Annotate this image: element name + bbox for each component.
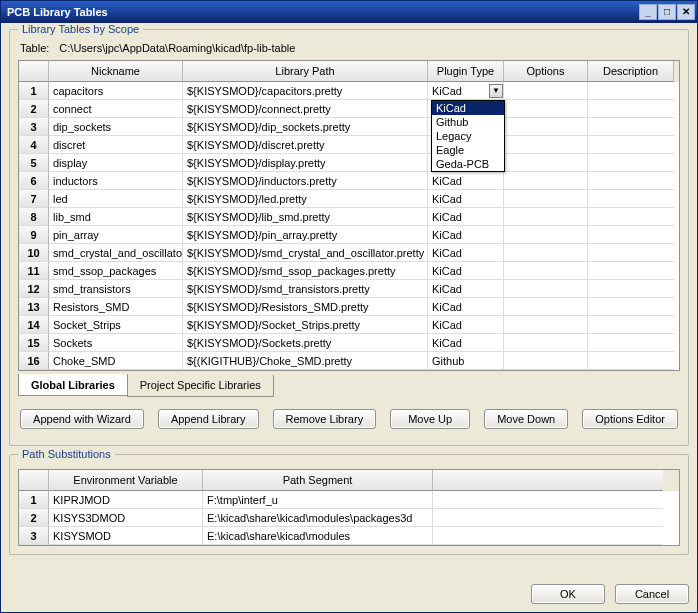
cell-nickname[interactable]: led (49, 190, 183, 208)
cell-options[interactable] (504, 316, 588, 334)
cell-library-path[interactable]: ${KISYSMOD}/pin_array.pretty (183, 226, 428, 244)
cell-library-path[interactable]: ${KISYSMOD}/smd_crystal_and_oscillator.p… (183, 244, 428, 262)
cell-description[interactable] (588, 190, 674, 208)
cell-library-path[interactable]: ${KISYSMOD}/inductors.pretty (183, 172, 428, 190)
cell-options[interactable] (504, 226, 588, 244)
cell-env-variable[interactable]: KISYS3DMOD (49, 509, 203, 527)
cell-env-variable[interactable]: KIPRJMOD (49, 491, 203, 509)
cell-plugin-type[interactable]: KiCad (428, 316, 504, 334)
cell-library-path[interactable]: ${KISYSMOD}/lib_smd.pretty (183, 208, 428, 226)
cell-options[interactable] (504, 352, 588, 370)
table-row[interactable]: 13Resistors_SMD${KISYSMOD}/Resistors_SMD… (19, 298, 679, 316)
cell-nickname[interactable]: discret (49, 136, 183, 154)
cell-options[interactable] (504, 208, 588, 226)
header-plugin-type[interactable]: Plugin Type (428, 61, 504, 82)
cell-library-path[interactable]: ${KISYSMOD}/capacitors.pretty (183, 82, 428, 100)
cell-nickname[interactable]: inductors (49, 172, 183, 190)
cell-nickname[interactable]: lib_smd (49, 208, 183, 226)
dropdown-item[interactable]: Eagle (432, 143, 504, 157)
row-header[interactable]: 8 (19, 208, 49, 226)
cell-nickname[interactable]: Choke_SMD (49, 352, 183, 370)
table-row[interactable]: 16Choke_SMD${(KIGITHUB}/Choke_SMD.pretty… (19, 352, 679, 370)
cell-nickname[interactable]: Socket_Strips (49, 316, 183, 334)
append-with-wizard-button[interactable]: Append with Wizard (20, 409, 144, 429)
cell-options[interactable] (504, 244, 588, 262)
cell-description[interactable] (588, 82, 674, 100)
cell-path-segment[interactable]: F:\tmp\interf_u (203, 491, 433, 509)
cell-library-path[interactable]: ${KISYSMOD}/connect.pretty (183, 100, 428, 118)
dropdown-item[interactable]: KiCad (432, 101, 504, 115)
cell-options[interactable] (504, 190, 588, 208)
cell-library-path[interactable]: ${KISYSMOD}/Resistors_SMD.pretty (183, 298, 428, 316)
dropdown-item[interactable]: Github (432, 115, 504, 129)
cell-description[interactable] (588, 280, 674, 298)
row-header[interactable]: 6 (19, 172, 49, 190)
tab-project-libraries[interactable]: Project Specific Libraries (127, 375, 274, 397)
header-description[interactable]: Description (588, 61, 674, 82)
row-header[interactable]: 13 (19, 298, 49, 316)
cell-nickname[interactable]: dip_sockets (49, 118, 183, 136)
table-row[interactable]: 9pin_array${KISYSMOD}/pin_array.prettyKi… (19, 226, 679, 244)
dropdown-item[interactable]: Geda-PCB (432, 157, 504, 171)
cell-nickname[interactable]: Resistors_SMD (49, 298, 183, 316)
table-row[interactable]: 3KISYSMODE:\kicad\share\kicad\modules (19, 527, 679, 545)
cell-nickname[interactable]: smd_transistors (49, 280, 183, 298)
cell-nickname[interactable]: display (49, 154, 183, 172)
cell-options[interactable] (504, 280, 588, 298)
cell-options[interactable] (504, 118, 588, 136)
cell-plugin-type[interactable]: KiCad (428, 280, 504, 298)
chevron-down-icon[interactable]: ▼ (489, 84, 503, 98)
row-header[interactable]: 14 (19, 316, 49, 334)
cell-nickname[interactable]: connect (49, 100, 183, 118)
cell-options[interactable] (504, 154, 588, 172)
remove-library-button[interactable]: Remove Library (273, 409, 377, 429)
table-row[interactable]: 12smd_transistors${KISYSMOD}/smd_transis… (19, 280, 679, 298)
row-header[interactable]: 11 (19, 262, 49, 280)
cell-options[interactable] (504, 334, 588, 352)
env-header-path[interactable]: Path Segment (203, 470, 433, 491)
cell-env-variable[interactable]: KISYSMOD (49, 527, 203, 545)
table-row[interactable]: 6inductors${KISYSMOD}/inductors.prettyKi… (19, 172, 679, 190)
table-row[interactable]: 14Socket_Strips${KISYSMOD}/Socket_Strips… (19, 316, 679, 334)
cell-plugin-type[interactable]: KiCad (428, 226, 504, 244)
plugin-type-dropdown[interactable]: KiCadGithubLegacyEagleGeda-PCB (431, 100, 505, 172)
cell-plugin-type[interactable]: Github (428, 352, 504, 370)
cell-library-path[interactable]: ${KISYSMOD}/discret.pretty (183, 136, 428, 154)
cell-description[interactable] (588, 154, 674, 172)
cancel-button[interactable]: Cancel (615, 584, 689, 604)
move-up-button[interactable]: Move Up (390, 409, 470, 429)
close-button[interactable]: ✕ (677, 4, 695, 20)
row-header[interactable]: 9 (19, 226, 49, 244)
cell-plugin-type[interactable]: KiCad (428, 262, 504, 280)
row-header[interactable]: 2 (19, 509, 49, 527)
cell-nickname[interactable]: pin_array (49, 226, 183, 244)
cell-library-path[interactable]: ${KISYSMOD}/Sockets.pretty (183, 334, 428, 352)
cell-path-segment[interactable]: E:\kicad\share\kicad\modules\packages3d (203, 509, 433, 527)
table-row[interactable]: 2connect${KISYSMOD}/connect.prettyKiCad (19, 100, 679, 118)
options-editor-button[interactable]: Options Editor (582, 409, 678, 429)
table-row[interactable]: 8lib_smd${KISYSMOD}/lib_smd.prettyKiCad (19, 208, 679, 226)
cell-options[interactable] (504, 262, 588, 280)
row-header[interactable]: 12 (19, 280, 49, 298)
cell-library-path[interactable]: ${KISYSMOD}/smd_transistors.pretty (183, 280, 428, 298)
row-header[interactable]: 1 (19, 82, 49, 100)
cell-nickname[interactable]: capacitors (49, 82, 183, 100)
table-row[interactable]: 15Sockets${KISYSMOD}/Sockets.prettyKiCad (19, 334, 679, 352)
cell-description[interactable] (588, 316, 674, 334)
table-row[interactable]: 2KISYS3DMODE:\kicad\share\kicad\modules\… (19, 509, 679, 527)
cell-plugin-type[interactable]: KiCad (428, 298, 504, 316)
header-options[interactable]: Options (504, 61, 588, 82)
row-header[interactable]: 10 (19, 244, 49, 262)
cell-description[interactable] (588, 226, 674, 244)
table-row[interactable]: 10smd_crystal_and_oscillator${KISYSMOD}/… (19, 244, 679, 262)
row-header[interactable]: 15 (19, 334, 49, 352)
env-header-variable[interactable]: Environment Variable (49, 470, 203, 491)
header-library-path[interactable]: Library Path (183, 61, 428, 82)
table-row[interactable]: 1capacitors${KISYSMOD}/capacitors.pretty… (19, 82, 679, 100)
cell-options[interactable] (504, 100, 588, 118)
cell-plugin-type[interactable]: KiCad (428, 190, 504, 208)
cell-description[interactable] (588, 298, 674, 316)
cell-description[interactable] (588, 262, 674, 280)
cell-description[interactable] (588, 100, 674, 118)
table-row[interactable]: 7led${KISYSMOD}/led.prettyKiCad (19, 190, 679, 208)
